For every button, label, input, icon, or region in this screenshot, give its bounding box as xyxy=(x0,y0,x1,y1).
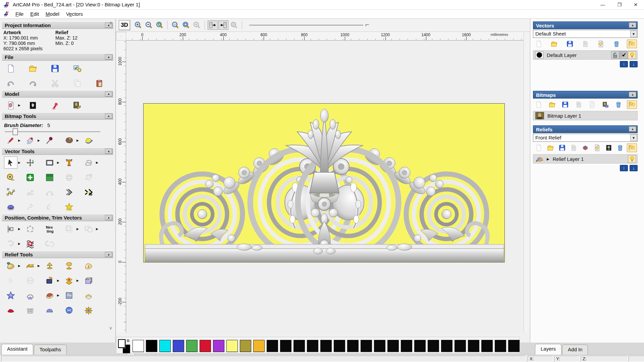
project-information-header[interactable]: Project Information ▲ xyxy=(2,21,113,29)
sculpting-icon[interactable] xyxy=(4,260,17,272)
paste-icon[interactable] xyxy=(93,77,106,89)
brush-diameter-slider[interactable]: ◆ xyxy=(5,131,100,132)
layer-colour-swatch[interactable] xyxy=(535,51,543,59)
colour-swatch[interactable] xyxy=(454,340,466,352)
bitmap-to-vector-icon[interactable] xyxy=(82,134,95,146)
wrap-sphere-icon[interactable] xyxy=(62,171,76,183)
flyout-arrow-icon[interactable]: ▶ xyxy=(76,227,79,231)
undo-icon[interactable] xyxy=(4,77,17,89)
colour-swatch[interactable] xyxy=(361,340,372,352)
flyout-arrow-icon[interactable]: ▶ xyxy=(18,264,20,267)
delete-relief-layer-icon[interactable] xyxy=(615,143,625,152)
colour-swatch[interactable] xyxy=(200,340,211,352)
scroll-down-icon[interactable]: ∨ xyxy=(108,325,113,330)
colour-swatch[interactable] xyxy=(468,340,479,352)
menu-vectors[interactable]: Vectors xyxy=(63,10,86,18)
flyout-arrow-icon[interactable]: ▶ xyxy=(96,227,98,231)
relief-from-image-icon[interactable] xyxy=(43,275,56,287)
image-layer-icon[interactable] xyxy=(600,100,610,109)
fit-arcs-icon[interactable] xyxy=(23,201,37,213)
view-3d-button[interactable]: 3D xyxy=(119,20,130,30)
layer-name[interactable]: Bitmap Layer 1 xyxy=(547,113,581,119)
delete-vector-layer-icon[interactable] xyxy=(611,40,622,48)
redo-icon[interactable] xyxy=(26,77,40,89)
node-editing-icon[interactable] xyxy=(23,171,37,183)
colour-swatch[interactable] xyxy=(267,340,278,352)
blank-bitmap-icon[interactable] xyxy=(587,100,597,109)
colour-swatch[interactable] xyxy=(186,340,198,352)
colour-swatch[interactable] xyxy=(213,340,224,352)
colour-swatch[interactable] xyxy=(334,340,345,352)
file-section-header[interactable]: File▲ xyxy=(2,53,113,61)
toggle-all-reliefs-icon[interactable] xyxy=(627,143,637,152)
vector-layer-row[interactable]: Default Layer xyxy=(533,50,638,60)
colour-swatch[interactable] xyxy=(508,340,520,352)
colour-swatch[interactable] xyxy=(401,340,412,352)
flyout-arrow-icon[interactable]: ▶ xyxy=(18,139,20,142)
move-layer-down-button[interactable]: ↓ xyxy=(630,165,638,171)
colour-swatch[interactable] xyxy=(441,340,452,352)
flyout-arrow-icon[interactable]: ▶ xyxy=(18,242,20,245)
weave-wizard-icon[interactable] xyxy=(23,275,37,287)
model-section-header[interactable]: Model▲ xyxy=(2,90,113,98)
colour-swatch[interactable] xyxy=(240,340,251,352)
delete-bitmap-layer-icon[interactable] xyxy=(613,100,624,109)
relief-artwork[interactable] xyxy=(143,103,505,262)
new-vector-layer-icon[interactable] xyxy=(596,40,606,48)
colour-swatch[interactable] xyxy=(293,340,305,352)
zoom-in-icon[interactable] xyxy=(133,20,143,30)
restore-button[interactable]: ❐ xyxy=(612,0,627,10)
reliefs-header[interactable]: Reliefs▲ xyxy=(533,125,638,133)
tab-add-in[interactable]: Add In xyxy=(562,345,588,355)
select-vectors-icon[interactable] xyxy=(4,157,17,169)
tab-toolpaths[interactable]: Toolpaths xyxy=(34,345,67,355)
collapse-icon[interactable]: ▲ xyxy=(629,92,636,97)
colour-swatch[interactable] xyxy=(387,340,399,352)
colour-swatch[interactable] xyxy=(414,340,426,352)
copy-icon[interactable] xyxy=(70,77,84,89)
colour-swatch[interactable] xyxy=(173,340,184,352)
create-bezier-icon[interactable] xyxy=(43,186,56,198)
flyout-arrow-icon[interactable]: ▶ xyxy=(96,161,98,164)
cut-icon[interactable] xyxy=(48,77,62,89)
nesting-icon[interactable]: Nesting xyxy=(43,223,56,235)
chevron-down-icon[interactable]: ▼ xyxy=(630,134,637,141)
new-relief-icon[interactable] xyxy=(534,143,544,152)
block-copy-icon[interactable] xyxy=(62,223,76,235)
splat-relief-icon[interactable] xyxy=(82,304,95,316)
colour-swatch[interactable] xyxy=(428,340,439,352)
line-width-slider[interactable] xyxy=(249,25,363,25)
paint-icon[interactable] xyxy=(4,134,17,146)
colour-swatch[interactable] xyxy=(280,340,291,352)
zoom-object-icon[interactable] xyxy=(192,20,202,30)
bitmap-tools-header[interactable]: Bitmap Tools▲ xyxy=(2,112,113,120)
join-vectors-icon[interactable] xyxy=(4,238,17,250)
adjust-model-icon[interactable] xyxy=(26,99,40,111)
colour-swatch[interactable] xyxy=(320,340,332,352)
panel-scrollbar[interactable]: ∧ ∨ xyxy=(108,20,114,339)
create-rectangle-icon[interactable] xyxy=(43,157,56,169)
chevron-down-icon[interactable]: ▼ xyxy=(630,31,637,37)
toggle-left-panel-icon[interactable] xyxy=(208,20,218,30)
lighting-icon[interactable] xyxy=(48,99,62,111)
move-layer-up-button[interactable]: ↑ xyxy=(620,61,628,67)
expand-arrow-icon[interactable]: ▶ xyxy=(547,157,549,161)
menu-model[interactable]: Model xyxy=(42,10,63,18)
zero-plane-icon[interactable] xyxy=(23,260,37,272)
align-objects-icon[interactable] xyxy=(4,223,17,235)
mirror-vectors-icon[interactable] xyxy=(43,201,56,213)
relief-layers-icon[interactable] xyxy=(82,289,95,301)
vectors-header[interactable]: Vectors▲ xyxy=(533,21,638,29)
flyout-arrow-icon[interactable]: ▶ xyxy=(18,161,20,164)
slider-handle-icon[interactable]: ⌐ xyxy=(365,21,369,28)
weld-vectors-icon[interactable] xyxy=(82,223,95,235)
relief-tools-header[interactable]: Relief Tools▲ xyxy=(2,251,113,258)
new-bitmap-icon[interactable] xyxy=(534,100,544,109)
colour-swatch[interactable] xyxy=(253,340,265,352)
zoom-previous-icon[interactable] xyxy=(155,20,165,30)
open-relief-icon[interactable] xyxy=(545,143,555,152)
flyout-arrow-icon[interactable]: ▶ xyxy=(57,294,59,297)
zoom-1to1-icon[interactable]: 1:1 xyxy=(170,20,180,30)
load-image-icon[interactable] xyxy=(70,99,84,111)
flood-fill-icon[interactable] xyxy=(23,134,37,146)
